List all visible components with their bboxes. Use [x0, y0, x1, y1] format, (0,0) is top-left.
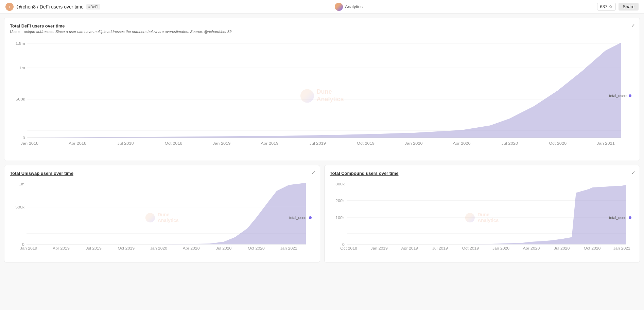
svg-text:Jan 2019: Jan 2019	[213, 141, 231, 145]
compound-chart-svg: 300k 200k 100k 0 Oct 2018 Jan 2019 Apr 2…	[330, 179, 634, 257]
svg-text:Jul 2020: Jul 2020	[216, 247, 231, 250]
svg-text:Jul 2019: Jul 2019	[432, 247, 448, 250]
compound-chart-title: Total Compound users over time	[330, 171, 634, 176]
svg-text:Oct 2019: Oct 2019	[462, 247, 479, 250]
svg-text:Apr 2019: Apr 2019	[401, 247, 418, 250]
avatar: r	[5, 3, 14, 11]
svg-text:Jan 2020: Jan 2020	[150, 247, 167, 250]
svg-text:0: 0	[342, 242, 345, 246]
svg-text:500k: 500k	[15, 205, 24, 209]
main-content: ✓ Total DeFi users over time Users = uni…	[0, 14, 644, 271]
share-button[interactable]: Share	[619, 3, 639, 11]
compound-chart-card: ✓ Total Compound users over time DuneAna…	[324, 165, 640, 262]
svg-text:Apr 2020: Apr 2020	[183, 247, 200, 250]
uniswap-chart-area: DuneAnalytics total_users 1m 500k 0	[10, 179, 314, 257]
defi-chart-card: ✓ Total DeFi users over time Users = uni…	[4, 18, 640, 161]
bottom-charts: ✓ Total Uniswap users over time DuneAnal…	[4, 165, 640, 267]
compound-chart-check-icon: ✓	[631, 169, 636, 176]
svg-text:Jul 2020: Jul 2020	[554, 247, 569, 250]
defi-chart-area: DuneAnalytics total_users 1.5m 1m 500k 0	[10, 36, 634, 155]
top-bar-left: r @rchen8 / DeFi users over time #DeFi	[5, 3, 100, 11]
uniswap-legend-label: total_users	[289, 216, 308, 220]
defi-chart-subtitle: Users = unique addresses. Since a user c…	[10, 30, 634, 34]
svg-text:Oct 2018: Oct 2018	[165, 141, 182, 145]
defi-tag[interactable]: #DeFi	[86, 4, 100, 10]
uniswap-chart-check-icon: ✓	[311, 169, 316, 176]
defi-chart-legend: total_users	[609, 94, 631, 98]
svg-text:Apr 2020: Apr 2020	[523, 247, 540, 250]
svg-text:Apr 2020: Apr 2020	[453, 141, 471, 145]
svg-text:Apr 2019: Apr 2019	[261, 141, 278, 145]
svg-text:Oct 2020: Oct 2020	[248, 247, 265, 250]
svg-text:Oct 2020: Oct 2020	[584, 247, 601, 250]
svg-text:Jan 2019: Jan 2019	[370, 247, 387, 250]
svg-text:Jul 2018: Jul 2018	[117, 141, 134, 145]
logo-area: Analytics	[335, 3, 363, 11]
compound-chart-area: DuneAnalytics total_users 300k 200k	[330, 179, 634, 257]
svg-text:Jan 2019: Jan 2019	[20, 247, 37, 250]
svg-text:Jan 2020: Jan 2020	[492, 247, 509, 250]
svg-text:Apr 2018: Apr 2018	[69, 141, 86, 145]
uniswap-chart-card: ✓ Total Uniswap users over time DuneAnal…	[4, 165, 320, 262]
svg-text:500k: 500k	[16, 97, 25, 101]
svg-text:Apr 2019: Apr 2019	[53, 247, 70, 250]
logo-icon	[335, 3, 343, 11]
svg-text:Oct 2019: Oct 2019	[357, 141, 375, 145]
star-count-value: 637	[600, 4, 608, 9]
svg-text:100k: 100k	[335, 216, 345, 220]
svg-text:Oct 2020: Oct 2020	[549, 141, 567, 145]
page-title: @rchen8 / DeFi users over time	[16, 4, 84, 10]
svg-text:1m: 1m	[19, 182, 24, 186]
star-count-button[interactable]: 637 ☆	[597, 3, 616, 11]
star-icon: ☆	[609, 4, 613, 9]
svg-text:0: 0	[22, 242, 24, 246]
svg-text:Oct 2018: Oct 2018	[340, 247, 357, 250]
svg-text:Jul 2019: Jul 2019	[86, 247, 101, 250]
compound-legend-label: total_users	[609, 216, 627, 220]
legend-label: total_users	[609, 94, 627, 98]
svg-text:1m: 1m	[19, 66, 25, 70]
defi-chart-svg: 1.5m 1m 500k 0 Jan 2018 Apr 2018 Jul 201…	[10, 36, 634, 155]
svg-text:Jan 2018: Jan 2018	[20, 141, 38, 145]
chart-check-icon: ✓	[631, 22, 636, 29]
svg-text:300k: 300k	[335, 182, 345, 186]
svg-text:Jan 2021: Jan 2021	[597, 141, 615, 145]
uniswap-chart-title: Total Uniswap users over time	[10, 171, 314, 176]
defi-chart-title: Total DeFi users over time	[10, 23, 634, 29]
top-bar-right: 637 ☆ Share	[597, 3, 639, 11]
uniswap-legend-dot	[309, 216, 312, 219]
svg-text:0: 0	[23, 136, 25, 140]
svg-text:Jul 2020: Jul 2020	[502, 141, 518, 145]
svg-text:Jul 2019: Jul 2019	[309, 141, 326, 145]
svg-text:Jan 2021: Jan 2021	[280, 247, 297, 250]
uniswap-chart-legend: total_users	[289, 216, 312, 220]
uniswap-chart-svg: 1m 500k 0 Jan 2019 Apr 2019 Jul 2019 Oct…	[10, 179, 314, 257]
compound-chart-legend: total_users	[609, 216, 631, 220]
svg-text:1.5m: 1.5m	[15, 41, 25, 45]
svg-text:Oct 2019: Oct 2019	[118, 247, 135, 250]
compound-legend-dot	[629, 216, 631, 219]
svg-text:200k: 200k	[335, 199, 345, 203]
logo-text: Analytics	[345, 4, 363, 9]
svg-text:Jan 2021: Jan 2021	[613, 247, 630, 250]
legend-dot	[629, 94, 631, 97]
top-bar: r @rchen8 / DeFi users over time #DeFi A…	[0, 0, 644, 14]
svg-text:Jan 2020: Jan 2020	[405, 141, 423, 145]
